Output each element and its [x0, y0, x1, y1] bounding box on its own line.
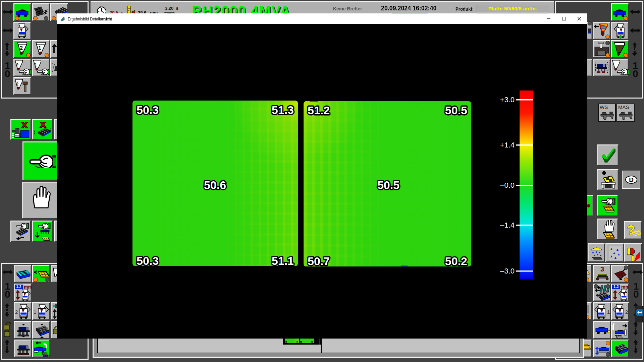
- svg-text:+3.0: +3.0: [500, 96, 515, 104]
- svg-text:–0.0: –0.0: [500, 181, 515, 189]
- svg-text:50.5: 50.5: [445, 104, 467, 117]
- svg-text:51.2: 51.2: [308, 104, 330, 117]
- svg-text:–1.4: –1.4: [500, 221, 515, 229]
- svg-text:50.7: 50.7: [308, 255, 330, 266]
- svg-text:?: ?: [627, 223, 635, 237]
- svg-text:51.3: 51.3: [272, 104, 294, 116]
- svg-text:+1.4: +1.4: [500, 141, 515, 149]
- svg-text:50.6: 50.6: [204, 179, 226, 191]
- svg-text:50.3: 50.3: [137, 254, 159, 266]
- svg-text:–3.0: –3.0: [500, 267, 515, 275]
- svg-text:51.1: 51.1: [272, 254, 294, 266]
- svg-text:50.5: 50.5: [377, 179, 399, 191]
- svg-text:50.3: 50.3: [137, 104, 159, 116]
- svg-text:50.2: 50.2: [445, 255, 467, 266]
